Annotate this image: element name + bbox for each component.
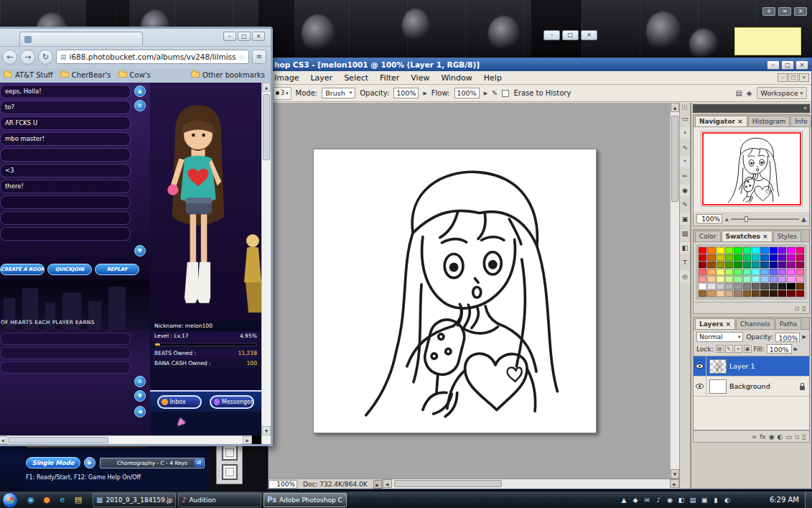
display-icon[interactable]: ▤ (689, 497, 697, 504)
close-button[interactable]: × (252, 32, 265, 41)
color-swatch[interactable] (770, 269, 778, 275)
lasso-tool[interactable]: ∿ (680, 142, 690, 153)
color-swatch[interactable] (760, 283, 768, 290)
color-swatch[interactable] (707, 262, 715, 268)
media-icon[interactable]: ♪ (654, 497, 663, 504)
color-swatch[interactable] (770, 283, 778, 290)
blend-mode-select[interactable]: Normal ▾ (696, 332, 743, 342)
layer-style-icon[interactable]: fx (760, 433, 766, 440)
crop-tool[interactable]: ✂ (680, 170, 690, 182)
color-swatch[interactable] (725, 269, 733, 275)
color-swatch[interactable] (752, 283, 760, 290)
photoshop-titlebar[interactable]: hop CS3 - [melon1001 @ 100% (Layer 1, RG… (269, 58, 811, 71)
choreography-bar[interactable]: Choreography - C - 4 Keys ⇄ (100, 458, 205, 468)
color-swatch[interactable] (787, 262, 795, 268)
color-swatch[interactable] (699, 269, 706, 275)
color-swatch[interactable] (743, 283, 751, 290)
layer-name[interactable]: Background (729, 382, 797, 390)
color-swatch[interactable] (770, 276, 778, 282)
color-swatch[interactable] (778, 254, 786, 261)
toolbox-square-bottom[interactable] (222, 464, 238, 480)
mail-icon[interactable]: ✉ (643, 497, 651, 504)
layer-row-background[interactable]: Background (694, 377, 809, 397)
color-swatch[interactable] (743, 276, 751, 282)
color-swatch[interactable] (717, 269, 724, 275)
color-swatch[interactable] (725, 276, 733, 282)
layer-thumbnail[interactable] (709, 359, 727, 374)
color-swatch[interactable] (770, 247, 778, 254)
scrollbar-thumb[interactable] (671, 116, 678, 202)
forward-button[interactable]: → (20, 50, 35, 65)
color-swatch[interactable] (752, 269, 760, 275)
panel-tab[interactable]: Channels (736, 318, 775, 329)
color-swatch[interactable] (725, 254, 733, 261)
single-mode-button[interactable]: Single Mode (26, 457, 80, 468)
maximize-button[interactable]: □ (781, 60, 794, 70)
color-swatch[interactable] (778, 247, 786, 254)
navigator-thumbnail[interactable] (701, 131, 803, 207)
minimize-button[interactable]: – (767, 60, 780, 70)
panel-tab[interactable]: Layers × (695, 318, 735, 329)
doc-minimize-button[interactable]: – (778, 73, 788, 82)
delete-swatch-button[interactable]: ▯ (802, 305, 806, 312)
move-tool[interactable]: + (680, 127, 690, 139)
chevron-right-icon[interactable]: ▶ (484, 91, 487, 96)
color-swatch[interactable] (787, 254, 795, 261)
other-bookmarks-button[interactable]: Other bookmarks (191, 71, 265, 79)
color-swatch[interactable] (707, 247, 715, 254)
color-swatch[interactable] (796, 262, 804, 268)
eye-icon[interactable] (696, 384, 704, 389)
address-bar[interactable]: ▤ i688.photobucket.com/albums/vv248/lilm… (56, 50, 249, 64)
delete-layer-icon[interactable]: ▯ (802, 433, 806, 440)
media-player-icon[interactable]: ◉ (24, 493, 38, 507)
menu-item[interactable]: Layer (304, 72, 338, 84)
color-swatch[interactable] (734, 290, 742, 297)
lock-all-icon[interactable]: ▣ (744, 345, 752, 353)
reload-button[interactable]: ↻ (38, 50, 53, 65)
layer-row-layer1[interactable]: Layer 1 (694, 356, 809, 377)
toolbox-square-top[interactable] (222, 445, 238, 461)
eyedropper-tool[interactable]: ◉ (680, 185, 690, 196)
panel-tab[interactable]: Info (790, 116, 811, 126)
lock-transparency-icon[interactable]: ▨ (716, 345, 724, 353)
color-swatch[interactable] (734, 283, 742, 290)
scroll-up-icon[interactable]: ▲ (262, 83, 271, 92)
color-swatch[interactable] (752, 247, 760, 254)
menu-item[interactable]: View (405, 72, 435, 84)
color-swatch[interactable] (787, 290, 795, 297)
color-swatch[interactable] (796, 290, 804, 297)
close-icon[interactable]: × (581, 30, 597, 40)
panel-tab[interactable]: Styles (773, 231, 801, 241)
color-swatch[interactable] (734, 276, 742, 282)
menu-item[interactable]: Window (435, 72, 477, 84)
scrollbar-thumb[interactable] (8, 437, 108, 443)
scrollbar-thumb[interactable] (263, 94, 270, 160)
bookmark-folder[interactable]: AT&T Stuff (4, 71, 53, 79)
color-swatch[interactable] (734, 254, 742, 261)
color-swatch[interactable] (796, 269, 804, 275)
canvas-vertical-scrollbar[interactable]: ▲ ▼ (670, 103, 679, 479)
color-swatch[interactable] (778, 283, 786, 290)
color-swatch[interactable] (743, 290, 751, 297)
navigator-zoom-slider[interactable]: ▲ ▲ (725, 216, 806, 223)
magic-wand-tool[interactable]: * (680, 156, 690, 167)
chevron-right-icon[interactable]: ▶ (803, 334, 806, 340)
bookmark-folder[interactable]: CherBear's (60, 71, 111, 79)
color-swatch[interactable] (796, 254, 804, 261)
doc-close-button[interactable]: × (799, 73, 809, 82)
color-swatch[interactable] (796, 276, 804, 282)
taskbar-task-button[interactable]: Ps Adobe Photoshop C... (263, 493, 347, 507)
update-icon[interactable]: ◧ (677, 497, 686, 504)
bookmark-folder[interactable]: Cow's (118, 71, 151, 79)
color-swatch[interactable] (717, 262, 724, 268)
layer-mask-icon[interactable]: ◉ (769, 433, 775, 440)
color-swatch[interactable] (707, 254, 715, 261)
color-swatch[interactable] (760, 262, 768, 268)
status-flyout-button[interactable]: ▶ (373, 480, 382, 489)
doc-restore-button[interactable]: □ (788, 73, 798, 82)
color-swatch[interactable] (787, 283, 795, 290)
color-swatch[interactable] (699, 276, 706, 282)
browser-tab[interactable] (19, 32, 143, 46)
url-text[interactable]: i688.photobucket.com/albums/vv248/lilmis… (70, 52, 236, 61)
color-swatch[interactable] (778, 269, 786, 275)
